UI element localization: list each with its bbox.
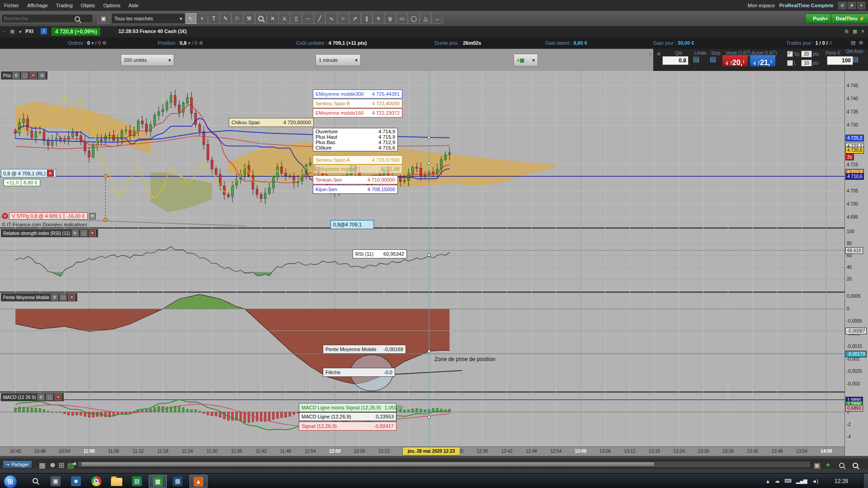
timeframe-select[interactable]: 1 minute▾ xyxy=(316,54,361,66)
qte-auto-icon[interactable]: ▤ xyxy=(852,55,859,63)
wrench-icon[interactable]: ⚙ xyxy=(72,230,79,236)
fib-icon[interactable]: ≡ xyxy=(373,13,384,24)
ichimoku-icon[interactable]: ≋ xyxy=(337,13,349,24)
close-icon[interactable]: ✕ xyxy=(68,294,75,300)
zoom-out-icon[interactable] xyxy=(839,462,844,470)
info-icon[interactable]: i xyxy=(41,28,47,34)
zoom-in-icon[interactable] xyxy=(853,462,858,470)
start-button[interactable]: ⊞ xyxy=(4,475,17,488)
list-icon[interactable]: ▤ xyxy=(851,40,855,46)
taskbar-chart-app-icon[interactable]: ▦ xyxy=(149,475,167,488)
scroll-left-icon[interactable]: ◀ xyxy=(72,461,76,466)
cancel-stop-icon[interactable]: ✕ xyxy=(89,213,96,220)
grid-icon[interactable]: ⊞ xyxy=(58,461,64,469)
grid-icon[interactable]: ⊞ xyxy=(859,40,863,46)
grid-icon[interactable]: ⊞ xyxy=(838,2,846,9)
settings-icon[interactable]: ⚙ xyxy=(657,52,661,56)
ellipse-icon[interactable]: ◯ xyxy=(408,13,420,24)
rectangle-icon[interactable]: ▭ xyxy=(396,13,408,24)
close-icon[interactable]: ✕ xyxy=(89,230,96,236)
tray-keyboard-icon[interactable]: ⌨ xyxy=(784,478,792,484)
cursor-icon[interactable]: ↖ xyxy=(184,13,196,24)
wrench-icon[interactable]: ⚙ xyxy=(13,72,19,79)
frame-icon[interactable]: ▢ xyxy=(21,72,28,79)
taskbar-prorealtime-icon[interactable]: ▲ xyxy=(189,475,208,488)
market-select[interactable]: Tous les marchés▾ xyxy=(111,13,185,24)
pitchfork-icon[interactable]: ψ xyxy=(384,13,396,24)
units-select[interactable]: 200 unités▾ xyxy=(121,54,174,66)
chart-type-button[interactable]: +▦▾ xyxy=(514,54,538,66)
close-position-icon[interactable]: ✕ xyxy=(47,170,54,177)
menu-affichage[interactable]: Affichage xyxy=(23,3,52,8)
tray-cloud-icon[interactable]: ☁ xyxy=(775,478,780,484)
search-icon[interactable] xyxy=(75,15,80,23)
collapse-icon[interactable]: ▶ xyxy=(650,52,653,56)
tray-volume-icon[interactable]: ◄) xyxy=(811,479,818,484)
zoom-icon[interactable] xyxy=(255,13,267,24)
triangle-icon[interactable]: △ xyxy=(420,13,431,24)
panel-icon[interactable]: ▣ xyxy=(814,461,821,469)
window-icon[interactable]: ▣ xyxy=(10,28,14,34)
taskbar-search-icon[interactable] xyxy=(27,475,44,487)
speaker-icon[interactable]: ▫ xyxy=(3,28,5,34)
segment-icon[interactable]: ╱ xyxy=(314,13,326,24)
close-icon[interactable]: ✕ xyxy=(55,394,61,400)
arrow-icon[interactable]: → xyxy=(431,13,443,24)
price-axis-column[interactable]: 4 7454 7404 7354 7304 7154 7054 7004 695… xyxy=(844,71,868,456)
eraser-icon[interactable]: ✕ xyxy=(267,13,278,24)
taskbar-explorer-icon[interactable] xyxy=(108,475,125,487)
text-icon[interactable]: T xyxy=(208,13,220,24)
orderbook-icon[interactable]: ▤ xyxy=(710,55,716,63)
frame-icon[interactable]: ▢ xyxy=(46,394,53,400)
menu-options[interactable]: Options xyxy=(99,3,124,8)
crosshair-icon[interactable]: + xyxy=(196,13,208,24)
wrench-icon[interactable]: ⚙ xyxy=(38,394,44,400)
wrench-icon[interactable]: ⚙ xyxy=(51,294,58,300)
bolt-icon[interactable]: ⚡ xyxy=(848,2,856,9)
screen-layout-icon[interactable]: ▣ xyxy=(97,13,110,24)
stop-order-badge[interactable]: V V STPg 0,8 @ 4 689,1 -16,00 € ✕ xyxy=(2,212,96,220)
qty-input[interactable] xyxy=(662,56,689,65)
show-desktop-button[interactable] xyxy=(863,474,868,488)
sg-pts-input[interactable]: 20 xyxy=(801,51,812,57)
tray-hidden-icons-icon[interactable]: ▲ xyxy=(765,479,770,484)
h-scrollbar-thumb[interactable] xyxy=(81,462,655,467)
l-checkbox[interactable] xyxy=(787,60,793,66)
layout-icon[interactable]: ⊞ xyxy=(844,28,849,34)
collapse-icon[interactable]: ▾ xyxy=(857,2,865,9)
h-scrollbar[interactable] xyxy=(77,461,811,468)
menu-fichier[interactable]: Fichier xyxy=(0,3,23,8)
menu-aide[interactable]: Aide xyxy=(124,3,142,8)
taskbar-chrome-icon[interactable] xyxy=(88,475,105,487)
sg-checkbox[interactable] xyxy=(787,51,793,57)
chart-icon[interactable]: ▦ xyxy=(853,28,857,34)
taskbar-app-blue-icon[interactable]: ▦ xyxy=(169,475,186,487)
grid-icon[interactable]: ⊞ xyxy=(38,72,45,79)
zone-annotation[interactable]: Zone de prise de position xyxy=(434,356,495,362)
taskbar-sheets-icon[interactable]: ▤ xyxy=(128,475,146,487)
menu-trading[interactable]: Trading xyxy=(52,3,77,8)
taskbar-clock[interactable]: 12:28 xyxy=(835,474,848,488)
frame-icon[interactable]: ▢ xyxy=(80,230,87,236)
dealthru-button[interactable]: DealThru ⚡ xyxy=(831,14,868,23)
close-icon[interactable]: ✕ xyxy=(30,72,37,79)
taskbar-people-icon[interactable]: ☻ xyxy=(67,475,85,487)
order-marker-label[interactable]: 0,8@4 709,1 xyxy=(330,220,374,229)
position-badge[interactable]: 0,8 @ 4 709,1 (RL)✕ xyxy=(1,169,56,178)
alarm-icon[interactable]: ⚐ xyxy=(231,13,243,24)
trend-icon[interactable]: ⇗ xyxy=(349,13,361,24)
menu-objets[interactable]: Objets xyxy=(77,3,99,8)
tray-network-icon[interactable]: ▂▄▆ xyxy=(796,478,807,484)
chevron-down-icon[interactable]: ▾ xyxy=(19,29,22,35)
add-chart-icon[interactable]: + xyxy=(826,461,830,469)
hline-icon[interactable]: ─ xyxy=(302,13,314,24)
mon-espace-menu[interactable]: Mon espace xyxy=(748,3,775,8)
trash-icon[interactable]: ▯ xyxy=(290,13,302,24)
close-icon[interactable]: ✕ xyxy=(861,28,865,34)
pencil-icon[interactable]: ✎ xyxy=(220,13,231,24)
perte-input[interactable] xyxy=(827,56,853,65)
compare-icon[interactable]: ⚔ xyxy=(278,13,290,24)
orderbook-icon[interactable]: ▤ xyxy=(693,55,699,63)
person-icon[interactable]: ☻ xyxy=(49,461,57,469)
sell-button[interactable]: 4 720,1 xyxy=(722,55,748,66)
